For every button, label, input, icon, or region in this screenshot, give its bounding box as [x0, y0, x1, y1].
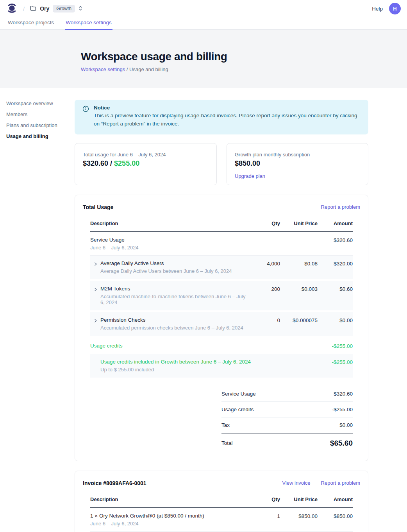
row-description: Usage credits included in Growth between… [90, 359, 251, 373]
switcher-updown-icon[interactable] [79, 5, 82, 13]
total-label: Total [221, 440, 233, 446]
topbar-right: Help H [372, 3, 401, 14]
notice-body: This is a preview feature for displaying… [94, 112, 361, 128]
invoice-panel-header: Invoice #8099AFA6-0001 View invoice Repo… [83, 479, 360, 493]
main-content: Notice This is a preview feature for dis… [75, 88, 368, 532]
chevron-right-icon[interactable] [94, 286, 98, 305]
row-qty [251, 237, 280, 237]
total-usage-card: Total usage for June 6 – July 6, 2024 $3… [75, 143, 217, 185]
usage-panel-header: Total Usage Report a problem [83, 203, 360, 217]
tab-workspace-projects[interactable]: Workspace projects [7, 17, 55, 29]
column-qty: Qty [251, 496, 280, 502]
user-avatar[interactable]: H [389, 3, 401, 14]
row-qty: 4,000 [251, 260, 280, 267]
table-row-m2m-tokens[interactable]: M2M Tokens Accumulated machine-to-machin… [90, 281, 353, 310]
usage-current-amount: $320.60 [83, 159, 108, 167]
row-subtitle: Average Daily Active Users between June … [100, 268, 232, 274]
plan-card-label: Growth plan monthly subscription [235, 152, 360, 158]
column-amount: Amount [318, 220, 353, 226]
workspace-switcher[interactable]: Ory Growth [30, 5, 82, 13]
chevron-right-icon[interactable] [94, 260, 98, 274]
invoice-title: Invoice #8099AFA6-0001 [83, 480, 146, 486]
invoice-table-header: Description Qty Unit Price Amount [90, 493, 353, 508]
plan-subscription-card: Growth plan monthly subscription $850.00… [227, 143, 368, 185]
page-header: Workspace usage and billing Workspace se… [0, 30, 407, 88]
breadcrumb-workspace-settings-link[interactable]: Workspace settings [81, 66, 125, 72]
usage-credit-limit: $255.00 [114, 159, 139, 167]
row-amount: -$255.00 [318, 343, 353, 349]
total-value: $65.60 [330, 439, 353, 448]
chevron-right-icon[interactable] [94, 317, 98, 331]
column-qty: Qty [251, 220, 280, 226]
sidebar-item-workspace-overview[interactable]: Workspace overview [6, 100, 75, 106]
row-amount: $0.60 [318, 286, 353, 292]
row-qty [251, 343, 280, 343]
table-row-permission-checks[interactable]: Permission Checks Accumulated permission… [90, 312, 353, 336]
sidebar-item-members[interactable]: Members [6, 111, 75, 117]
plan-badge: Growth [53, 5, 75, 13]
summary-row-usage-credits: Usage credits -$255.00 [221, 402, 353, 417]
breadcrumb: Workspace settings / Usage and billing [81, 66, 407, 72]
row-title: Usage credits included in Growth between… [100, 359, 251, 365]
stat-cards: Total usage for June 6 – July 6, 2024 $3… [75, 143, 368, 185]
notice-title: Notice [94, 105, 361, 111]
row-subtitle: June 6 – July 6, 2024 [90, 521, 251, 527]
column-description: Description [90, 220, 251, 226]
ory-logo-icon [7, 2, 17, 15]
settings-sidebar: Workspace overview Members Plans and sub… [0, 88, 75, 144]
plan-card-amount: $850.00 [235, 159, 360, 168]
usage-table: Description Qty Unit Price Amount Servic… [90, 217, 353, 449]
row-unit-price: $0.000075 [280, 317, 318, 323]
row-amount: $320.00 [318, 260, 353, 267]
row-description: M2M Tokens Accumulated machine-to-machin… [90, 286, 251, 305]
row-unit-price: $0.08 [280, 260, 318, 267]
row-subtitle: Accumulated permission checks between Ju… [100, 325, 243, 331]
notice-banner: Notice This is a preview feature for dis… [75, 100, 368, 134]
row-title: M2M Tokens [100, 286, 251, 292]
column-amount: Amount [318, 496, 353, 502]
invoice-links: View invoice Report a problem [282, 480, 360, 486]
row-text: Average Daily Active Users Average Daily… [100, 260, 232, 274]
info-icon [82, 105, 89, 128]
usage-report-problem-link[interactable]: Report a problem [321, 204, 360, 210]
invoice-panel: Invoice #8099AFA6-0001 View invoice Repo… [75, 471, 368, 532]
row-description: 1 × Ory Network Growth@0 (at $850.00 / m… [90, 513, 251, 527]
summary-value: $0.00 [339, 422, 353, 428]
row-text: Usage credits included in Growth between… [100, 359, 251, 373]
breadcrumb-slash: / [23, 5, 25, 12]
breadcrumb-current: / Usage and billing [125, 66, 168, 72]
row-amount: $850.00 [318, 513, 353, 519]
view-invoice-link[interactable]: View invoice [282, 480, 311, 486]
summary-row-service-usage: Service Usage $320.60 [221, 386, 353, 402]
tab-bar: Workspace projects Workspace settings [0, 17, 407, 30]
usage-summary: Service Usage $320.60 Usage credits -$25… [221, 386, 353, 449]
sidebar-item-usage-and-billing[interactable]: Usage and billing [6, 133, 75, 139]
total-usage-card-value: $320.60 / $255.00 [83, 159, 209, 168]
total-usage-card-label: Total usage for June 6 – July 6, 2024 [83, 152, 209, 158]
table-row-average-daily-active-users[interactable]: Average Daily Active Users Average Daily… [90, 256, 353, 279]
row-qty: 0 [251, 317, 280, 323]
upgrade-plan-link[interactable]: Upgrade plan [235, 173, 265, 179]
invoice-report-problem-link[interactable]: Report a problem [321, 480, 360, 486]
help-link[interactable]: Help [372, 6, 383, 12]
invoice-table: Description Qty Unit Price Amount 1 × Or… [90, 493, 353, 532]
row-subtitle: Accumulated machine-to-machine tokens be… [100, 294, 251, 305]
row-qty [251, 359, 280, 359]
service-usage-group-row: Service Usage June 6 – July 6, 2024 $320… [90, 232, 353, 256]
sidebar-item-plans-and-subscription[interactable]: Plans and subscription [6, 122, 75, 128]
row-description: Permission Checks Accumulated permission… [90, 317, 251, 331]
ory-logo[interactable] [7, 2, 17, 15]
row-title: 1 × Ory Network Growth@0 (at $850.00 / m… [90, 513, 251, 519]
group-row-description: Service Usage June 6 – July 6, 2024 [90, 237, 251, 251]
tab-workspace-settings[interactable]: Workspace settings [65, 17, 112, 30]
row-subtitle: Up to $ 255.00 included [100, 367, 251, 373]
row-text: M2M Tokens Accumulated machine-to-machin… [100, 286, 251, 305]
summary-label: Tax [221, 422, 230, 428]
row-unit-price [280, 343, 318, 343]
row-title: Usage credits [90, 343, 251, 349]
workspace-name: Ory [40, 5, 49, 12]
summary-value: $320.60 [334, 391, 353, 397]
row-unit-price: $0.003 [280, 286, 318, 292]
summary-value: -$255.00 [332, 407, 353, 412]
column-unit-price: Unit Price [280, 496, 318, 502]
